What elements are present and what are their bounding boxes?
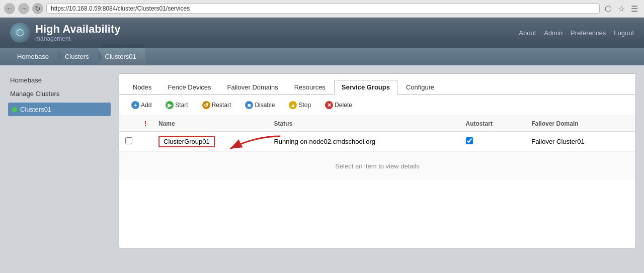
col-exclamation: !: [138, 116, 152, 132]
tab-fence-devices[interactable]: Fence Devices: [160, 80, 219, 94]
tab-failover-domains[interactable]: Failover Domains: [220, 80, 286, 94]
row-checkbox[interactable]: [125, 137, 132, 144]
refresh-button[interactable]: ↻: [32, 3, 43, 14]
app-title: High Availability: [35, 23, 121, 35]
disable-button[interactable]: ■ Disable: [240, 100, 280, 111]
stop-icon: ▲: [289, 101, 297, 109]
content-panel: Nodes Fence Devices Failover Domains Res…: [119, 73, 636, 248]
nav-logout[interactable]: Logout: [614, 29, 634, 37]
nav-preferences[interactable]: Preferences: [571, 29, 606, 37]
nav-about[interactable]: About: [519, 29, 536, 37]
table-container: ! Name Status Autostart Failover Domain: [119, 116, 635, 152]
detail-message: Select an item to view details: [335, 162, 420, 170]
sidebar-cluster-clusters01[interactable]: Clusters01: [8, 103, 111, 116]
breadcrumb-clusters01[interactable]: Clusters01: [98, 48, 145, 65]
app-logo-icon: ⬡: [10, 23, 30, 43]
stop-button[interactable]: ▲ Stop: [284, 100, 316, 111]
forward-button[interactable]: →: [18, 3, 29, 14]
cluster-status-dot: [12, 107, 17, 112]
breadcrumb-homebase[interactable]: Homebase: [10, 48, 58, 65]
bookmark-icon[interactable]: ☆: [616, 3, 627, 14]
menu-icon[interactable]: ☰: [629, 3, 640, 14]
row-checkbox-cell: [119, 132, 138, 152]
row-name-cell: ClusterGroup01: [152, 132, 268, 152]
restart-button[interactable]: ↺ Restart: [197, 100, 236, 111]
col-failover-domain: Failover Domain: [525, 116, 635, 132]
col-checkbox: [119, 116, 138, 132]
row-autostart: [460, 132, 526, 152]
tab-nodes[interactable]: Nodes: [125, 80, 159, 94]
breadcrumb-clusters[interactable]: Clusters: [58, 48, 98, 65]
service-groups-table: ! Name Status Autostart Failover Domain: [119, 116, 635, 152]
row-failover-domain: Failover Cluster01: [525, 132, 635, 152]
start-icon: ▶: [166, 101, 174, 109]
main-layout: Homebase Manage Clusters Clusters01 Node…: [0, 65, 644, 256]
breadcrumb: Homebase Clusters Clusters01: [0, 48, 644, 65]
url-bar[interactable]: https://10.168.0.59:8084/cluster/Cluster…: [46, 4, 600, 14]
start-button[interactable]: ▶ Start: [160, 100, 193, 111]
detail-area: Select an item to view details: [119, 152, 635, 180]
autostart-checkbox[interactable]: [466, 137, 473, 144]
app-header: ⬡ High Availability management About Adm…: [0, 18, 644, 48]
col-status: Status: [268, 116, 459, 132]
back-button[interactable]: ←: [4, 3, 15, 14]
group-name[interactable]: ClusterGroup01: [158, 136, 215, 147]
nav-admin[interactable]: Admin: [544, 29, 562, 37]
app-logo-text: High Availability management: [35, 23, 121, 42]
row-status: Running on node02.cmdschool.org: [268, 132, 459, 152]
delete-button[interactable]: ✕ Delete: [320, 100, 357, 111]
tabs-bar: Nodes Fence Devices Failover Domains Res…: [119, 74, 635, 95]
col-name: Name: [152, 116, 268, 132]
restart-icon: ↺: [202, 101, 210, 109]
browser-chrome: ← → ↻ https://10.168.0.59:8084/cluster/C…: [0, 0, 644, 18]
sidebar: Homebase Manage Clusters Clusters01: [8, 73, 119, 248]
disable-icon: ■: [245, 101, 253, 109]
add-icon: +: [131, 101, 139, 109]
add-button[interactable]: + Add: [126, 100, 156, 111]
toolbar: + Add ▶ Start ↺ Restart ■ Disable ▲ Stop…: [119, 95, 635, 116]
sidebar-homebase[interactable]: Homebase: [8, 73, 111, 87]
app-logo: ⬡ High Availability management: [10, 23, 121, 43]
sidebar-manage-clusters[interactable]: Manage Clusters: [8, 87, 111, 101]
row-exclamation: [138, 132, 152, 152]
tab-resources[interactable]: Resources: [287, 80, 333, 94]
translate-icon[interactable]: ⬡: [603, 3, 614, 14]
app-subtitle: management: [35, 35, 121, 42]
tab-service-groups[interactable]: Service Groups: [334, 80, 397, 95]
header-nav: About Admin Preferences Logout: [519, 29, 634, 37]
table-row: ClusterGroup01 Running on node02.cmdscho…: [119, 132, 635, 152]
tab-configure[interactable]: Configure: [398, 80, 442, 94]
delete-icon: ✕: [325, 101, 333, 109]
col-autostart: Autostart: [460, 116, 526, 132]
